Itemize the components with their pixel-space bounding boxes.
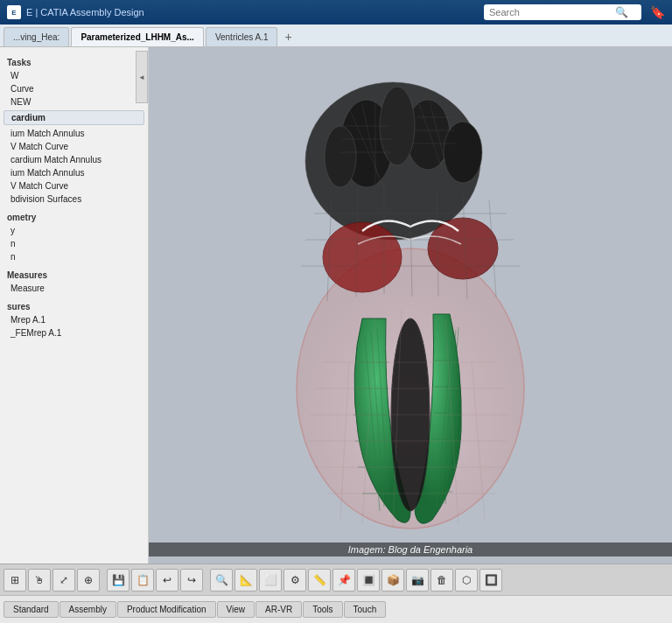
content-area: ◄ Tasks W Curve NEW cardium ium Match An… xyxy=(0,47,672,564)
toolbar-btn-16[interactable]: 📦 xyxy=(382,569,404,592)
toolbar-btn-19[interactable]: ⬡ xyxy=(455,569,478,592)
app-icon-text: E xyxy=(11,9,16,17)
heart-model xyxy=(227,56,594,564)
toolbar-btn-2[interactable]: 🖱 xyxy=(28,569,51,592)
titlebar: E E | CATIA Assembly Design 🔍 🔖 xyxy=(0,0,672,24)
sidebar-item-w[interactable]: W xyxy=(0,69,148,82)
toolbar-btn-4[interactable]: ⊕ xyxy=(77,569,100,592)
sidebar-item-n1[interactable]: n xyxy=(0,237,148,250)
sidebar-collapse-button[interactable]: ◄ xyxy=(136,51,148,103)
sidebar-item-ium-match-annulus-2[interactable]: ium Match Annulus xyxy=(0,166,148,179)
sidebar-item-v-match-curve-1[interactable]: V Match Curve xyxy=(0,140,148,153)
btab-touch[interactable]: Touch xyxy=(344,601,387,618)
toolbar-btn-20[interactable]: 🔲 xyxy=(480,569,502,592)
search-input[interactable] xyxy=(489,7,612,18)
sidebar-section-geometry: ometry xyxy=(0,209,148,224)
toolbar-btn-9[interactable]: 🔍 xyxy=(210,569,233,592)
sidebar-section-sures: sures xyxy=(0,298,148,313)
toolbar-btn-13[interactable]: 📏 xyxy=(308,569,331,592)
toolbar-btn-11[interactable]: ⬜ xyxy=(259,569,282,592)
toolbar-btn-14[interactable]: 📌 xyxy=(332,569,355,592)
toolbar-btn-6[interactable]: 📋 xyxy=(131,569,154,592)
toolbar-btn-8[interactable]: ↪ xyxy=(180,569,203,592)
toolbar-btn-3[interactable]: ⤢ xyxy=(52,569,75,592)
tab-parameterized[interactable]: Parameterized_LHHM_As... xyxy=(71,27,204,46)
btab-view[interactable]: View xyxy=(217,601,256,618)
bottombar: Standard Assembly Product Modification V… xyxy=(0,595,672,623)
toolbar-btn-12[interactable]: ⚙ xyxy=(284,569,306,592)
toolbar-btn-18[interactable]: 🗑 xyxy=(430,569,453,592)
sidebar-item-v-match-curve-2[interactable]: V Match Curve xyxy=(0,179,148,192)
heart-viewport: Imagem: Blog da Engenharia xyxy=(149,47,672,564)
app-title: E | CATIA Assembly Design xyxy=(26,7,144,18)
tabbar: ...ving_Hea: Parameterized_LHHM_As... Ve… xyxy=(0,24,672,47)
sidebar-item-femrep[interactable]: _FEMrep A.1 xyxy=(0,326,148,340)
sidebar-group-cardium[interactable]: cardium xyxy=(4,110,144,125)
sidebar-section-tasks: Tasks xyxy=(0,54,148,69)
sidebar-section-measures: Measures xyxy=(0,267,148,282)
sidebar-item-mrep[interactable]: Mrep A.1 xyxy=(0,313,148,326)
svg-point-19 xyxy=(428,218,498,279)
tab-add-button[interactable]: + xyxy=(279,27,297,46)
btab-assembly[interactable]: Assembly xyxy=(60,601,116,618)
btab-ar-vr[interactable]: AR-VR xyxy=(256,601,302,618)
svg-point-5 xyxy=(444,122,482,183)
tab-ventricles[interactable]: Ventricles A.1 xyxy=(206,27,278,46)
viewport: Imagem: Blog da Engenharia xyxy=(149,47,672,564)
toolbar-btn-7[interactable]: ↩ xyxy=(156,569,178,592)
toolbar-btn-17[interactable]: 📷 xyxy=(406,569,429,592)
sidebar: ◄ Tasks W Curve NEW cardium ium Match An… xyxy=(0,47,149,564)
search-icon: 🔍 xyxy=(615,6,628,18)
tab-label: ...ving_Hea: xyxy=(13,32,60,42)
tab-label: Ventricles A.1 xyxy=(215,32,269,42)
sidebar-item-curve[interactable]: Curve xyxy=(0,82,148,95)
btab-product-modification[interactable]: Product Modification xyxy=(117,601,216,618)
svg-point-18 xyxy=(323,222,402,292)
toolbar-btn-10[interactable]: 📐 xyxy=(234,569,257,592)
sidebar-item-y[interactable]: y xyxy=(0,224,148,237)
sidebar-item-measure[interactable]: Measure xyxy=(0,282,148,295)
toolbar-btn-1[interactable]: ⊞ xyxy=(4,569,26,592)
toolbar: ⊞ 🖱 ⤢ ⊕ 💾 📋 ↩ ↪ 🔍 📐 ⬜ ⚙ 📏 📌 🔳 📦 📷 🗑 ⬡ 🔲 xyxy=(0,564,672,595)
sidebar-item-cardium-match-annulus[interactable]: cardium Match Annulus xyxy=(0,153,148,166)
sidebar-item-ium-match-annulus-1[interactable]: ium Match Annulus xyxy=(0,127,148,140)
tab-label: Parameterized_LHHM_As... xyxy=(80,32,194,42)
tab-living-head[interactable]: ...ving_Hea: xyxy=(4,27,69,46)
sidebar-item-new[interactable]: NEW xyxy=(0,95,148,108)
app-icon: E xyxy=(7,5,21,19)
search-bar[interactable]: 🔍 xyxy=(484,4,641,20)
app: E E | CATIA Assembly Design 🔍 🔖 ...ving_… xyxy=(0,0,672,623)
bookmark-icon[interactable]: 🔖 xyxy=(650,5,665,19)
btab-tools[interactable]: Tools xyxy=(303,601,342,618)
toolbar-btn-15[interactable]: 🔳 xyxy=(357,569,380,592)
sidebar-item-n2[interactable]: n xyxy=(0,250,148,263)
watermark-text: Imagem: Blog da Engenharia xyxy=(149,542,672,556)
sidebar-item-bdivision-surfaces[interactable]: bdivision Surfaces xyxy=(0,192,148,206)
btab-standard[interactable]: Standard xyxy=(4,601,59,618)
svg-point-6 xyxy=(325,126,356,187)
toolbar-btn-5[interactable]: 💾 xyxy=(107,569,130,592)
